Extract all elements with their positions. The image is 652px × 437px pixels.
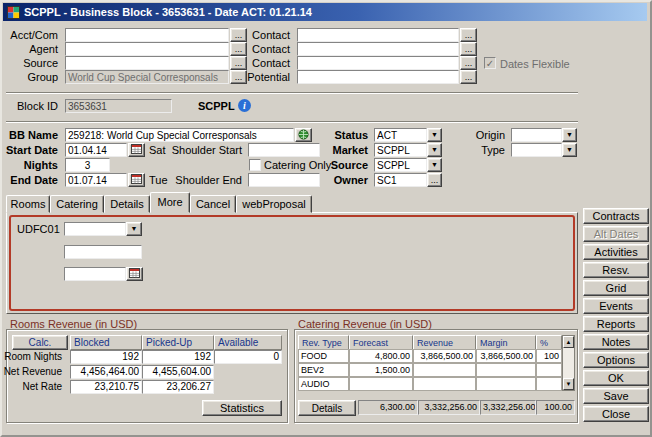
source-dropdown-button[interactable]: ▼ <box>427 158 442 172</box>
start-date-input[interactable] <box>65 143 127 157</box>
block-id-field <box>65 99 172 113</box>
catering-cell-percent[interactable]: 100 <box>536 349 562 363</box>
end-date-calendar-button[interactable] <box>128 173 145 187</box>
start-date-calendar-button[interactable] <box>128 143 145 157</box>
globe-icon <box>298 132 309 142</box>
nights-input[interactable] <box>65 158 110 172</box>
udf-field2-input[interactable] <box>64 245 142 259</box>
origin-dropdown-button[interactable]: ▼ <box>562 128 577 142</box>
column-header-picked-up: Picked-Up <box>142 335 214 350</box>
catering-cell-revenue[interactable] <box>413 377 476 391</box>
column-header-percent: % <box>536 335 562 350</box>
tab-catering[interactable]: Catering <box>50 195 104 213</box>
info-icon[interactable]: i <box>238 99 251 112</box>
details-button[interactable]: Details <box>298 400 356 416</box>
scroll-up-button[interactable]: ▲ <box>563 336 574 348</box>
bb-name-input[interactable] <box>65 128 294 142</box>
statistics-button[interactable]: Statistics <box>202 400 282 416</box>
events-button[interactable]: Events <box>583 298 649 314</box>
rooms-revenue-title: Rooms Revenue (in USD) <box>10 318 137 330</box>
tab-cancel[interactable]: Cancel <box>190 195 236 213</box>
catering-cell-margin[interactable] <box>476 363 536 377</box>
agent-input[interactable] <box>65 42 229 56</box>
save-button[interactable]: Save <box>583 388 649 404</box>
net-revenue-picked-up-cell[interactable]: 4,455,604.00 <box>142 365 214 379</box>
net-revenue-label: Net Revenue <box>2 365 66 379</box>
potential-label: Potential <box>244 70 294 84</box>
status-dropdown-button[interactable]: ▼ <box>427 128 442 142</box>
market-dropdown-button[interactable]: ▼ <box>427 143 442 157</box>
bb-name-globe-button[interactable] <box>295 128 312 142</box>
dropdown-arrow-icon: ▼ <box>431 146 438 153</box>
total-percent-field: 100.00 <box>536 400 575 415</box>
udfc01-dropdown-button[interactable]: ▼ <box>126 222 142 236</box>
contracts-button[interactable]: Contracts <box>583 208 649 224</box>
contact1-lookup-button[interactable]: ... <box>460 28 477 42</box>
block-id-label: Block ID <box>2 99 62 113</box>
contact2-input[interactable] <box>297 42 459 56</box>
nights-label: Nights <box>2 158 62 172</box>
shoulder-start-input[interactable] <box>248 143 320 157</box>
catering-cell-forecast[interactable]: 4,800.00 <box>349 349 413 363</box>
contact1-input[interactable] <box>297 28 459 42</box>
catering-cell-percent[interactable] <box>536 363 562 377</box>
udf-date-calendar-button[interactable] <box>126 267 143 281</box>
origin-input[interactable] <box>511 128 562 142</box>
grid-button[interactable]: Grid <box>583 280 649 296</box>
contact3-lookup-button[interactable]: ... <box>460 56 477 70</box>
catering-cell-type[interactable]: AUDIO <box>298 377 349 391</box>
scroll-up-icon: ▲ <box>566 339 572 345</box>
acct-com-label: Acct/Com <box>2 28 62 42</box>
reports-button[interactable]: Reports <box>583 316 649 332</box>
udfc01-input[interactable] <box>64 222 126 236</box>
calc-button[interactable]: Calc. <box>12 335 68 350</box>
owner-input[interactable] <box>374 173 427 187</box>
type-input[interactable] <box>511 143 562 157</box>
udf-field3-input[interactable] <box>64 267 126 281</box>
market-input[interactable] <box>374 143 427 157</box>
room-nights-picked-up-cell[interactable]: 192 <box>142 350 214 364</box>
type-dropdown-button[interactable]: ▼ <box>562 143 577 157</box>
activities-button[interactable]: Activities <box>583 244 649 260</box>
source-code-input[interactable] <box>374 158 427 172</box>
status-input[interactable] <box>374 128 427 142</box>
catering-only-checkbox[interactable] <box>249 159 261 171</box>
catering-cell-margin[interactable] <box>476 377 536 391</box>
source-account-input[interactable] <box>65 56 229 70</box>
owner-lookup-button[interactable]: ... <box>427 173 442 187</box>
potential-lookup-button[interactable]: ... <box>460 70 477 84</box>
notes-button[interactable]: Notes <box>583 334 649 350</box>
room-nights-blocked-cell[interactable]: 192 <box>70 350 142 364</box>
udfc01-label: UDFC01 <box>17 222 63 236</box>
tab-webproposal[interactable]: webProposal <box>236 195 312 213</box>
catering-cell-revenue[interactable]: 3,866,500.00 <box>413 349 476 363</box>
options-button[interactable]: Options <box>583 352 649 368</box>
net-rate-blocked-cell[interactable]: 23,210.75 <box>70 380 142 394</box>
contact2-label: Contact <box>244 42 294 56</box>
resv-button[interactable]: Resv. <box>583 262 649 278</box>
tab-details[interactable]: Details <box>104 195 150 213</box>
net-rate-picked-up-cell[interactable]: 23,206.27 <box>142 380 214 394</box>
tab-rooms[interactable]: Rooms <box>6 195 50 213</box>
catering-cell-forecast[interactable] <box>349 377 413 391</box>
end-date-input[interactable] <box>65 173 127 187</box>
owner-label: Owner <box>320 173 372 187</box>
acct-com-input[interactable] <box>65 28 229 42</box>
shoulder-end-input[interactable] <box>248 173 320 187</box>
contact3-input[interactable] <box>297 56 459 70</box>
contact2-lookup-button[interactable]: ... <box>460 42 477 56</box>
catering-cell-revenue[interactable] <box>413 363 476 377</box>
catering-cell-type[interactable]: FOOD <box>298 349 349 363</box>
potential-input[interactable] <box>297 70 459 84</box>
scroll-down-button[interactable]: ▼ <box>563 378 574 390</box>
catering-cell-type[interactable]: BEV2 <box>298 363 349 377</box>
catering-cell-forecast[interactable]: 1,500.00 <box>349 363 413 377</box>
catering-cell-margin[interactable]: 3,866,500.00 <box>476 349 536 363</box>
tab-more[interactable]: More <box>150 192 190 213</box>
close-button[interactable]: Close <box>583 406 649 422</box>
ok-button[interactable]: OK <box>583 370 649 386</box>
catering-cell-percent[interactable] <box>536 377 562 391</box>
catering-grid-scrollbar[interactable]: ▲ ▼ <box>562 335 575 391</box>
net-revenue-blocked-cell[interactable]: 4,456,464.00 <box>70 365 142 379</box>
contact1-label: Contact <box>244 28 294 42</box>
